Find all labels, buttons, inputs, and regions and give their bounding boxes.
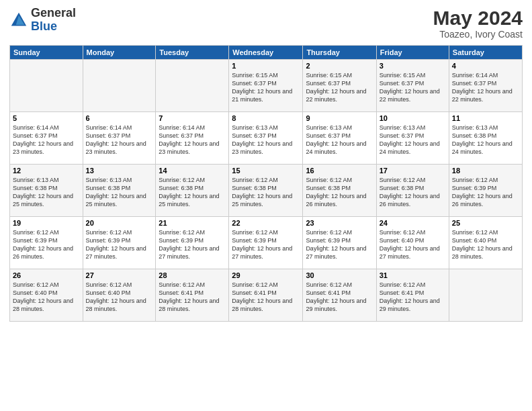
day-info: Sunrise: 6:15 AM Sunset: 6:37 PM Dayligh…	[306, 71, 373, 104]
day-number: 2	[306, 62, 373, 70]
day-info: Sunrise: 6:14 AM Sunset: 6:37 PM Dayligh…	[159, 124, 226, 156]
header-sunday: Sunday	[10, 46, 83, 60]
day-info: Sunrise: 6:12 AM Sunset: 6:38 PM Dayligh…	[232, 176, 300, 209]
day-cell: 28Sunrise: 6:12 AM Sunset: 6:41 PM Dayli…	[156, 269, 229, 322]
day-number: 25	[452, 219, 519, 227]
day-cell: 17Sunrise: 6:12 AM Sunset: 6:38 PM Dayli…	[376, 165, 449, 217]
day-number: 18	[452, 167, 519, 175]
day-number: 29	[232, 271, 300, 279]
header: General Blue May 2024 Toazeo, Ivory Coas…	[9, 7, 523, 40]
day-number: 13	[86, 167, 153, 175]
day-info: Sunrise: 6:13 AM Sunset: 6:37 PM Dayligh…	[232, 124, 300, 156]
day-number: 22	[232, 219, 300, 227]
day-number: 26	[13, 271, 80, 279]
day-info: Sunrise: 6:12 AM Sunset: 6:41 PM Dayligh…	[380, 281, 446, 314]
day-number: 28	[159, 271, 226, 279]
day-info: Sunrise: 6:15 AM Sunset: 6:37 PM Dayligh…	[232, 71, 300, 104]
day-number: 24	[380, 219, 446, 227]
day-number: 27	[86, 271, 153, 279]
logo-general: General	[31, 6, 76, 19]
title-area: May 2024 Toazeo, Ivory Coast	[433, 7, 523, 40]
day-cell: 2Sunrise: 6:15 AM Sunset: 6:37 PM Daylig…	[303, 60, 376, 112]
day-cell	[156, 60, 229, 112]
day-number: 6	[86, 114, 153, 122]
day-info: Sunrise: 6:13 AM Sunset: 6:37 PM Dayligh…	[380, 124, 446, 156]
day-info: Sunrise: 6:12 AM Sunset: 6:39 PM Dayligh…	[13, 228, 80, 261]
day-info: Sunrise: 6:12 AM Sunset: 6:38 PM Dayligh…	[380, 176, 446, 209]
day-number: 5	[13, 114, 80, 122]
week-row-3: 12Sunrise: 6:13 AM Sunset: 6:38 PM Dayli…	[10, 165, 523, 217]
day-cell: 12Sunrise: 6:13 AM Sunset: 6:38 PM Dayli…	[10, 165, 83, 217]
day-number: 10	[380, 114, 446, 122]
day-number: 12	[13, 167, 80, 175]
day-number: 3	[380, 62, 446, 70]
day-number: 31	[380, 271, 446, 279]
day-info: Sunrise: 6:12 AM Sunset: 6:38 PM Dayligh…	[159, 176, 226, 209]
day-cell: 4Sunrise: 6:14 AM Sunset: 6:37 PM Daylig…	[449, 60, 522, 112]
day-info: Sunrise: 6:13 AM Sunset: 6:38 PM Dayligh…	[452, 124, 519, 156]
week-row-4: 19Sunrise: 6:12 AM Sunset: 6:39 PM Dayli…	[10, 217, 523, 269]
day-cell: 21Sunrise: 6:12 AM Sunset: 6:39 PM Dayli…	[156, 217, 229, 269]
day-cell: 13Sunrise: 6:13 AM Sunset: 6:38 PM Dayli…	[83, 165, 156, 217]
day-cell: 6Sunrise: 6:14 AM Sunset: 6:37 PM Daylig…	[83, 112, 156, 165]
day-cell: 10Sunrise: 6:13 AM Sunset: 6:37 PM Dayli…	[376, 112, 449, 165]
week-row-1: 1Sunrise: 6:15 AM Sunset: 6:37 PM Daylig…	[10, 60, 523, 112]
day-cell	[449, 269, 522, 322]
day-cell: 24Sunrise: 6:12 AM Sunset: 6:40 PM Dayli…	[376, 217, 449, 269]
day-cell: 20Sunrise: 6:12 AM Sunset: 6:39 PM Dayli…	[83, 217, 156, 269]
day-cell: 15Sunrise: 6:12 AM Sunset: 6:38 PM Dayli…	[229, 165, 303, 217]
day-info: Sunrise: 6:12 AM Sunset: 6:39 PM Dayligh…	[232, 228, 300, 261]
day-number: 11	[452, 114, 519, 122]
day-number: 8	[232, 114, 300, 122]
day-cell: 29Sunrise: 6:12 AM Sunset: 6:41 PM Dayli…	[229, 269, 303, 322]
day-number: 1	[232, 62, 300, 70]
week-row-2: 5Sunrise: 6:14 AM Sunset: 6:37 PM Daylig…	[10, 112, 523, 165]
day-cell: 1Sunrise: 6:15 AM Sunset: 6:37 PM Daylig…	[229, 60, 303, 112]
day-cell: 14Sunrise: 6:12 AM Sunset: 6:38 PM Dayli…	[156, 165, 229, 217]
day-number: 9	[306, 114, 373, 122]
day-info: Sunrise: 6:15 AM Sunset: 6:37 PM Dayligh…	[380, 71, 446, 104]
day-number: 16	[306, 167, 373, 175]
day-info: Sunrise: 6:12 AM Sunset: 6:40 PM Dayligh…	[380, 228, 446, 261]
day-info: Sunrise: 6:14 AM Sunset: 6:37 PM Dayligh…	[452, 71, 519, 104]
day-info: Sunrise: 6:12 AM Sunset: 6:39 PM Dayligh…	[452, 176, 519, 209]
day-info: Sunrise: 6:12 AM Sunset: 6:40 PM Dayligh…	[452, 228, 519, 261]
day-cell: 23Sunrise: 6:12 AM Sunset: 6:39 PM Dayli…	[303, 217, 376, 269]
day-cell: 8Sunrise: 6:13 AM Sunset: 6:37 PM Daylig…	[229, 112, 303, 165]
day-cell: 31Sunrise: 6:12 AM Sunset: 6:41 PM Dayli…	[376, 269, 449, 322]
day-info: Sunrise: 6:12 AM Sunset: 6:38 PM Dayligh…	[306, 176, 373, 209]
day-info: Sunrise: 6:13 AM Sunset: 6:37 PM Dayligh…	[306, 124, 373, 156]
day-cell: 18Sunrise: 6:12 AM Sunset: 6:39 PM Dayli…	[449, 165, 522, 217]
day-number: 23	[306, 219, 373, 227]
day-cell: 11Sunrise: 6:13 AM Sunset: 6:38 PM Dayli…	[449, 112, 522, 165]
day-cell: 16Sunrise: 6:12 AM Sunset: 6:38 PM Dayli…	[303, 165, 376, 217]
day-number: 14	[159, 167, 226, 175]
day-info: Sunrise: 6:12 AM Sunset: 6:39 PM Dayligh…	[86, 228, 153, 261]
day-info: Sunrise: 6:12 AM Sunset: 6:41 PM Dayligh…	[232, 281, 300, 314]
logo-icon	[9, 11, 28, 30]
day-info: Sunrise: 6:14 AM Sunset: 6:37 PM Dayligh…	[13, 124, 80, 156]
header-monday: Monday	[83, 46, 156, 60]
day-cell: 30Sunrise: 6:12 AM Sunset: 6:41 PM Dayli…	[303, 269, 376, 322]
location: Toazeo, Ivory Coast	[433, 29, 523, 40]
day-cell: 9Sunrise: 6:13 AM Sunset: 6:37 PM Daylig…	[303, 112, 376, 165]
day-number: 21	[159, 219, 226, 227]
header-thursday: Thursday	[303, 46, 376, 60]
day-number: 7	[159, 114, 226, 122]
day-cell: 27Sunrise: 6:12 AM Sunset: 6:40 PM Dayli…	[83, 269, 156, 322]
day-info: Sunrise: 6:13 AM Sunset: 6:38 PM Dayligh…	[13, 176, 80, 209]
day-cell: 3Sunrise: 6:15 AM Sunset: 6:37 PM Daylig…	[376, 60, 449, 112]
calendar-table: SundayMondayTuesdayWednesdayThursdayFrid…	[9, 45, 523, 322]
day-cell: 7Sunrise: 6:14 AM Sunset: 6:37 PM Daylig…	[156, 112, 229, 165]
day-info: Sunrise: 6:12 AM Sunset: 6:41 PM Dayligh…	[159, 281, 226, 314]
day-info: Sunrise: 6:12 AM Sunset: 6:40 PM Dayligh…	[86, 281, 153, 314]
day-info: Sunrise: 6:13 AM Sunset: 6:38 PM Dayligh…	[86, 176, 153, 209]
day-info: Sunrise: 6:12 AM Sunset: 6:39 PM Dayligh…	[159, 228, 226, 261]
day-cell: 19Sunrise: 6:12 AM Sunset: 6:39 PM Dayli…	[10, 217, 83, 269]
logo-text: General Blue	[31, 7, 76, 34]
page: General Blue May 2024 Toazeo, Ivory Coas…	[0, 0, 532, 411]
day-cell	[83, 60, 156, 112]
day-info: Sunrise: 6:14 AM Sunset: 6:37 PM Dayligh…	[86, 124, 153, 156]
day-number: 30	[306, 271, 373, 279]
week-row-5: 26Sunrise: 6:12 AM Sunset: 6:40 PM Dayli…	[10, 269, 523, 322]
